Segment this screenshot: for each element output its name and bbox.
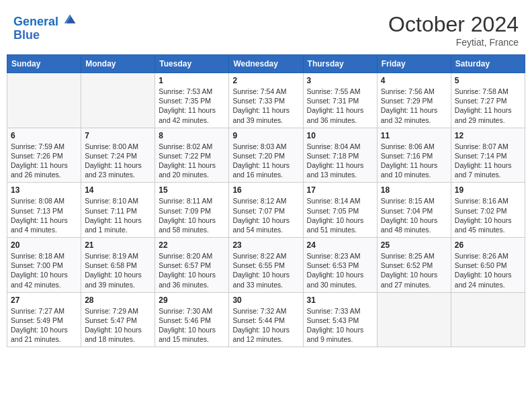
logo-icon [63,12,77,26]
title-block: October 2024 Feytiat, France [388,12,519,48]
day-number: 11 [381,131,447,140]
calendar-week-0: 1Sunrise: 7:53 AMSunset: 7:35 PMDaylight… [7,73,525,128]
logo-text: General [13,12,77,29]
day-number: 21 [85,240,151,250]
day-info: Sunrise: 8:20 AMSunset: 6:57 PMDaylight:… [159,251,225,289]
col-header-tuesday: Tuesday [155,55,229,73]
calendar-cell: 19Sunrise: 8:16 AMSunset: 7:02 PMDayligh… [451,183,525,238]
day-info: Sunrise: 8:18 AMSunset: 7:00 PMDaylight:… [11,251,77,289]
day-number: 3 [307,76,373,85]
col-header-thursday: Thursday [303,55,377,73]
calendar-week-2: 13Sunrise: 8:08 AMSunset: 7:13 PMDayligh… [7,183,525,238]
day-info: Sunrise: 7:53 AMSunset: 7:35 PMDaylight:… [159,87,225,125]
day-number: 8 [159,131,225,140]
day-info: Sunrise: 7:29 AMSunset: 5:47 PMDaylight:… [85,306,151,345]
logo: General Blue [13,12,77,42]
calendar-cell: 20Sunrise: 8:18 AMSunset: 7:00 PMDayligh… [7,238,81,293]
day-info: Sunrise: 8:14 AMSunset: 7:05 PMDaylight:… [307,196,373,234]
col-header-monday: Monday [81,55,155,73]
day-number: 5 [455,76,521,85]
day-number: 13 [11,185,77,195]
day-number: 6 [11,131,77,140]
day-info: Sunrise: 8:26 AMSunset: 6:50 PMDaylight:… [455,251,521,289]
day-info: Sunrise: 7:54 AMSunset: 7:33 PMDaylight:… [232,87,299,125]
day-info: Sunrise: 7:58 AMSunset: 7:27 PMDaylight:… [455,87,521,125]
calendar-cell: 13Sunrise: 8:08 AMSunset: 7:13 PMDayligh… [7,183,81,238]
calendar-cell [377,292,451,347]
day-number: 30 [232,295,299,305]
calendar-cell: 25Sunrise: 8:25 AMSunset: 6:52 PMDayligh… [377,238,451,293]
day-info: Sunrise: 8:12 AMSunset: 7:07 PMDaylight:… [232,196,299,234]
day-info: Sunrise: 8:25 AMSunset: 6:52 PMDaylight:… [381,251,447,289]
calendar-cell: 26Sunrise: 8:26 AMSunset: 6:50 PMDayligh… [451,238,525,293]
day-info: Sunrise: 8:03 AMSunset: 7:20 PMDaylight:… [232,142,299,180]
day-info: Sunrise: 7:32 AMSunset: 5:44 PMDaylight:… [232,306,299,345]
day-number: 4 [381,76,447,85]
day-info: Sunrise: 7:59 AMSunset: 7:26 PMDaylight:… [11,142,77,180]
month-title: October 2024 [388,12,519,37]
calendar-cell: 8Sunrise: 8:02 AMSunset: 7:22 PMDaylight… [155,128,229,183]
calendar-cell: 31Sunrise: 7:33 AMSunset: 5:43 PMDayligh… [303,292,377,347]
day-number: 12 [455,131,521,140]
col-header-friday: Friday [377,55,451,73]
calendar-cell: 12Sunrise: 8:07 AMSunset: 7:14 PMDayligh… [451,128,525,183]
day-number: 24 [307,240,373,250]
calendar-cell: 30Sunrise: 7:32 AMSunset: 5:44 PMDayligh… [229,292,303,347]
calendar-cell: 21Sunrise: 8:19 AMSunset: 6:58 PMDayligh… [81,238,155,293]
day-number: 26 [455,240,521,250]
day-info: Sunrise: 8:04 AMSunset: 7:18 PMDaylight:… [307,142,373,180]
day-number: 9 [232,131,299,140]
calendar-cell: 9Sunrise: 8:03 AMSunset: 7:20 PMDaylight… [229,128,303,183]
calendar-cell [81,73,155,128]
col-header-wednesday: Wednesday [229,55,303,73]
calendar-week-4: 27Sunrise: 7:27 AMSunset: 5:49 PMDayligh… [7,292,525,347]
calendar-table: SundayMondayTuesdayWednesdayThursdayFrid… [7,54,525,347]
day-info: Sunrise: 8:06 AMSunset: 7:16 PMDaylight:… [381,142,447,180]
day-number: 14 [85,185,151,195]
calendar-cell: 17Sunrise: 8:14 AMSunset: 7:05 PMDayligh… [303,183,377,238]
day-info: Sunrise: 8:22 AMSunset: 6:55 PMDaylight:… [232,251,299,289]
day-number: 16 [232,185,299,195]
calendar-cell: 6Sunrise: 7:59 AMSunset: 7:26 PMDaylight… [7,128,81,183]
day-info: Sunrise: 8:23 AMSunset: 6:53 PMDaylight:… [307,251,373,289]
calendar-cell: 14Sunrise: 8:10 AMSunset: 7:11 PMDayligh… [81,183,155,238]
day-number: 25 [381,240,447,250]
calendar-week-3: 20Sunrise: 8:18 AMSunset: 7:00 PMDayligh… [7,238,525,293]
calendar-cell: 29Sunrise: 7:30 AMSunset: 5:46 PMDayligh… [155,292,229,347]
calendar-cell: 27Sunrise: 7:27 AMSunset: 5:49 PMDayligh… [7,292,81,347]
day-info: Sunrise: 7:27 AMSunset: 5:49 PMDaylight:… [11,306,77,345]
day-number: 29 [159,295,225,305]
day-number: 2 [232,76,299,85]
day-number: 23 [232,240,299,250]
day-info: Sunrise: 8:15 AMSunset: 7:04 PMDaylight:… [381,196,447,234]
calendar-cell: 5Sunrise: 7:58 AMSunset: 7:27 PMDaylight… [451,73,525,128]
day-info: Sunrise: 7:56 AMSunset: 7:29 PMDaylight:… [381,87,447,125]
logo-blue: Blue [13,29,77,42]
day-number: 31 [307,295,373,305]
day-number: 28 [85,295,151,305]
col-header-saturday: Saturday [451,55,525,73]
calendar-cell: 22Sunrise: 8:20 AMSunset: 6:57 PMDayligh… [155,238,229,293]
calendar-cell: 1Sunrise: 7:53 AMSunset: 7:35 PMDaylight… [155,73,229,128]
day-info: Sunrise: 8:16 AMSunset: 7:02 PMDaylight:… [455,196,521,234]
day-info: Sunrise: 8:08 AMSunset: 7:13 PMDaylight:… [11,196,77,234]
day-info: Sunrise: 8:02 AMSunset: 7:22 PMDaylight:… [159,142,225,180]
day-number: 19 [455,185,521,195]
day-info: Sunrise: 8:07 AMSunset: 7:14 PMDaylight:… [455,142,521,180]
calendar-cell: 24Sunrise: 8:23 AMSunset: 6:53 PMDayligh… [303,238,377,293]
calendar-cell: 4Sunrise: 7:56 AMSunset: 7:29 PMDaylight… [377,73,451,128]
calendar-cell: 15Sunrise: 8:11 AMSunset: 7:09 PMDayligh… [155,183,229,238]
day-number: 1 [159,76,225,85]
day-number: 10 [307,131,373,140]
day-number: 7 [85,131,151,140]
day-info: Sunrise: 7:30 AMSunset: 5:46 PMDaylight:… [159,306,225,345]
calendar-cell: 11Sunrise: 8:06 AMSunset: 7:16 PMDayligh… [377,128,451,183]
day-info: Sunrise: 7:33 AMSunset: 5:43 PMDaylight:… [307,306,373,345]
day-number: 15 [159,185,225,195]
day-number: 22 [159,240,225,250]
day-number: 17 [307,185,373,195]
day-info: Sunrise: 8:11 AMSunset: 7:09 PMDaylight:… [159,196,225,234]
day-number: 27 [11,295,77,305]
calendar-cell [7,73,81,128]
calendar-cell: 3Sunrise: 7:55 AMSunset: 7:31 PMDaylight… [303,73,377,128]
